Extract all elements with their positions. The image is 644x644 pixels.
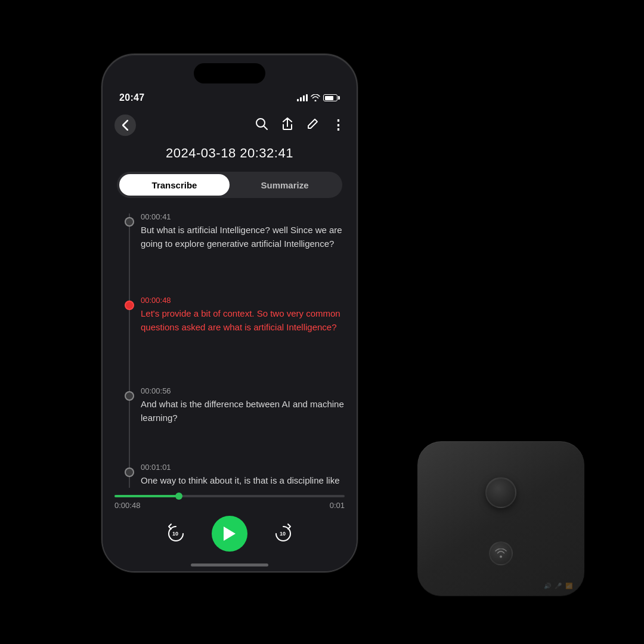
current-time: 0:00:48 [114,501,140,510]
total-time: 0:01 [330,501,345,510]
tab-bar: Transcribe Summarize [117,172,342,198]
list-item[interactable]: 00:00:56 And what is the difference betw… [103,386,357,425]
hardware-device: 🔊 🎤 📶 [417,441,584,596]
skip-forward-icon: 10 [273,523,294,544]
entry-time: 00:01:01 [141,463,345,472]
phone-mockup: 20:47 [101,54,358,572]
device-body: 🔊 🎤 📶 [417,441,584,596]
share-button[interactable] [281,117,293,133]
svg-text:10: 10 [280,531,286,537]
progress-bar[interactable] [114,495,345,497]
nav-icons: ⋮ [255,117,345,133]
nav-bar: ⋮ [103,110,357,141]
signal-icon [297,94,308,101]
search-icon [255,117,268,131]
entry-text: One way to think about it, is that is a … [141,474,345,488]
search-button[interactable] [255,117,268,133]
scene: 20:47 [0,0,644,644]
list-item[interactable]: 00:01:01 One way to think about it, is t… [103,463,357,488]
progress-fill [114,495,179,497]
list-item[interactable]: 00:00:41 But what is artificial Intellig… [103,212,357,250]
timeline-dot [125,391,134,401]
battery-icon [323,94,340,101]
status-icons [297,94,340,101]
device-wifi-icon [495,549,507,558]
device-bottom-icons: 🔊 🎤 📶 [544,583,572,589]
tab-transcribe[interactable]: Transcribe [119,174,230,196]
timeline-line [129,213,130,488]
entry-text-active: Let's provide a bit of context. So two v… [141,307,345,334]
progress-thumb [175,493,182,500]
skip-back-button[interactable]: 10 [162,519,190,548]
play-icon [222,525,237,542]
device-bottom-button[interactable] [489,541,513,565]
timeline-dot [125,217,134,227]
device-wifi-small-icon: 📶 [565,583,572,589]
back-button[interactable] [114,114,136,136]
dynamic-island [194,63,265,83]
edit-icon [306,118,318,130]
edit-button[interactable] [306,118,318,132]
tab-summarize[interactable]: Summarize [230,174,340,196]
entry-text: But what is artificial Intelligence? wel… [141,224,345,250]
more-button[interactable]: ⋮ [332,119,345,132]
share-icon [281,117,293,131]
timeline-dot-active [125,301,134,310]
status-bar: 20:47 [103,89,357,106]
skip-forward-wrapper: 10 [269,519,298,548]
svg-text:10: 10 [172,531,178,537]
entry-time: 00:00:41 [141,212,345,221]
time-labels: 0:00:48 0:01 [114,501,345,510]
play-button[interactable] [212,516,247,552]
player: 0:00:48 0:01 10 [103,488,357,571]
entry-time-active: 00:00:48 [141,296,345,305]
skip-forward-button[interactable]: 10 [269,519,298,548]
list-item[interactable]: 00:00:48 Let's provide a bit of context.… [103,296,357,334]
status-time: 20:47 [119,92,144,103]
recording-title: 2024-03-18 20:32:41 [103,145,357,161]
playback-controls: 10 10 [114,516,345,552]
home-indicator [191,564,268,566]
entry-text: And what is the difference between AI an… [141,398,345,425]
device-top-button[interactable] [485,477,516,508]
device-audio-icon: 🔊 [544,583,551,589]
skip-back-icon: 10 [165,523,187,544]
device-mic-icon: 🎤 [555,583,562,589]
skip-back-wrapper: 10 [162,519,190,548]
entry-time: 00:00:56 [141,386,345,395]
timeline-dot [125,467,134,477]
wifi-icon [311,94,320,101]
timeline: 00:00:41 But what is artificial Intellig… [103,208,357,488]
phone-body: 20:47 [101,54,358,572]
